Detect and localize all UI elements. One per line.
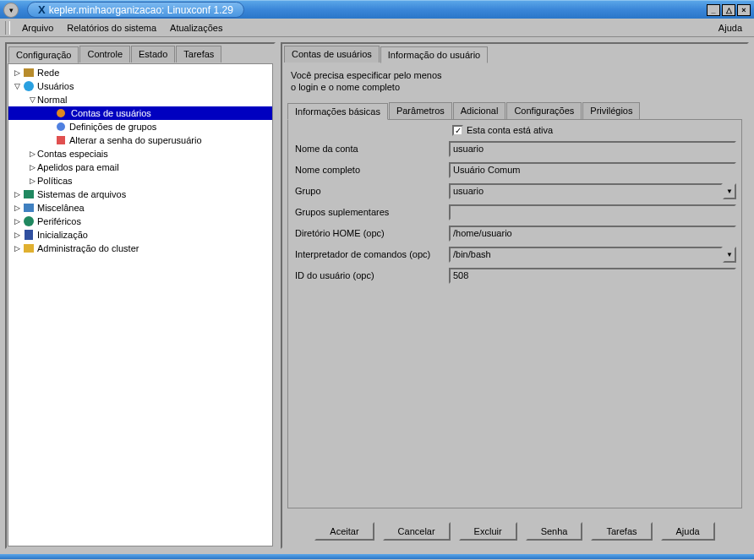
input-nome-conta[interactable] (449, 141, 736, 157)
inner-tab-row: Informações básicas Parâmetros Adicional… (287, 102, 742, 119)
caret-right-icon[interactable]: ▷ (12, 190, 22, 198)
caret-right-icon[interactable]: ▷ (12, 204, 22, 212)
tree-label: Rede (37, 68, 59, 78)
window-menu-icon[interactable]: ▾ (3, 3, 19, 18)
tree-label: Periféricos (37, 216, 81, 226)
input-grupo[interactable] (449, 183, 723, 199)
senha-button[interactable]: Senha (526, 522, 583, 541)
cancelar-button[interactable]: Cancelar (383, 522, 451, 541)
tree-item-usuarios[interactable]: ▽ Usuários (8, 79, 272, 93)
left-tab-row: Configuração Controle Estado Tarefas (7, 44, 274, 63)
menu-atualizacoes[interactable]: Atualizações (163, 20, 229, 35)
tree-label: Contas especiais (37, 149, 108, 159)
caret-right-icon[interactable]: ▷ (12, 244, 22, 253)
row-home-dir: Diretório HOME (opc) (293, 226, 736, 242)
tab-contas-usuarios[interactable]: Contas de usuários (284, 46, 380, 63)
tab-tarefas[interactable]: Tarefas (176, 46, 221, 63)
tree-item-contas-usuarios[interactable]: Contas de usuários (8, 106, 272, 120)
input-nome-completo[interactable] (449, 162, 736, 178)
tab-estado[interactable]: Estado (131, 46, 175, 63)
tab-configuracoes[interactable]: Configurações (506, 102, 582, 119)
users-icon (22, 80, 36, 92)
menu-relatorios[interactable]: Relatórios do sistema (60, 20, 163, 35)
label-grupos-supl: Grupos suplementares (293, 207, 449, 217)
maximize-button[interactable]: △ (722, 4, 735, 16)
tree-item-perifericos[interactable]: ▷ Periféricos (8, 215, 272, 228)
tab-configuracao[interactable]: Configuração (8, 46, 79, 63)
label-nome-completo: Nome completo (293, 165, 449, 175)
tree-item-definicoes-grupos[interactable]: Definições de grupos (8, 120, 272, 133)
tree-item-miscelanea[interactable]: ▷ Miscelânea (8, 201, 272, 215)
main-area: Configuração Controle Estado Tarefas ▷ R… (0, 37, 754, 554)
tree-item-normal[interactable]: ▽ Normal (8, 93, 272, 106)
caret-right-icon[interactable]: ▷ (12, 217, 22, 226)
input-home-dir[interactable] (449, 226, 736, 242)
form-panel: ✓ Esta conta está ativa Nome da conta No… (287, 119, 742, 508)
row-interpretador: Interpretador de comandos (opc) ▼ (293, 247, 736, 263)
menubar: Arquivo Relatórios do sistema Atualizaçõ… (0, 19, 754, 37)
tab-controle[interactable]: Controle (79, 46, 130, 63)
row-id-usuario: ID do usuário (opc) (293, 268, 736, 284)
info-text: Você precisa especificar pelo menos o lo… (282, 63, 747, 97)
input-grupos-supl[interactable] (449, 204, 736, 220)
caret-right-icon[interactable]: ▷ (12, 68, 22, 77)
tree-item-contas-especiais[interactable]: ▷ Contas especiais (8, 147, 272, 160)
cluster-icon (22, 242, 36, 254)
tree-label: Apelidos para email (37, 162, 119, 172)
tree-item-politicas[interactable]: ▷ Políticas (8, 174, 272, 188)
tree-label: Definições de grupos (69, 122, 156, 132)
input-interpretador[interactable] (449, 247, 723, 263)
tab-informacao-usuario[interactable]: Informação do usuário (380, 46, 488, 63)
tree-item-inicializacao[interactable]: ▷ Inicialização (8, 228, 272, 242)
group-icon (54, 121, 68, 133)
tree-item-admin-cluster[interactable]: ▷ Administração do cluster (8, 242, 272, 255)
caret-right-icon[interactable]: ▷ (27, 177, 37, 185)
menu-arquivo[interactable]: Arquivo (15, 20, 60, 35)
close-button[interactable]: × (737, 4, 751, 16)
combo-interpretador-button[interactable]: ▼ (723, 247, 736, 263)
label-id-usuario: ID do usuário (opc) (293, 270, 449, 280)
button-row: Aceitar Cancelar Excluir Senha Tarefas A… (282, 514, 747, 547)
tarefas-button[interactable]: Tarefas (591, 522, 652, 541)
right-pane: Contas de usuários Informação do usuário… (281, 42, 749, 549)
tree-item-alterar-senha[interactable]: Alterar a senha do superusuário (8, 133, 272, 147)
menu-ajuda[interactable]: Ajuda (712, 20, 749, 35)
caret-down-icon[interactable]: ▽ (12, 82, 22, 90)
tree-label: Usuários (37, 81, 74, 91)
label-interpretador: Interpretador de comandos (opc) (293, 249, 449, 259)
caret-right-icon[interactable]: ▷ (12, 231, 22, 239)
ajuda-button[interactable]: Ajuda (661, 522, 715, 541)
row-grupos-supl: Grupos suplementares (293, 204, 736, 220)
caret-right-icon[interactable]: ▷ (27, 163, 37, 171)
title-pill: X kepler.minhaorganizacao: Linuxconf 1.2… (27, 2, 244, 18)
config-tree[interactable]: ▷ Rede ▽ Usuários ▽ Normal Contas de usu… (8, 63, 273, 546)
label-grupo: Grupo (293, 186, 449, 196)
tree-item-apelidos-email[interactable]: ▷ Apelidos para email (8, 160, 272, 174)
tree-label: Miscelânea (37, 203, 85, 213)
left-pane: Configuração Controle Estado Tarefas ▷ R… (5, 42, 276, 549)
tab-adicional[interactable]: Adicional (453, 102, 506, 119)
info-line1: Você precisa especificar pelo menos (291, 69, 739, 81)
tab-privilegios[interactable]: Privilégios (582, 102, 640, 119)
tab-informacoes-basicas[interactable]: Informações básicas (287, 103, 388, 120)
tree-label: Alterar a senha do superusuário (69, 135, 202, 145)
chevron-down-icon: ▾ (9, 6, 14, 14)
tree-item-rede[interactable]: ▷ Rede (8, 66, 272, 79)
caret-down-icon[interactable]: ▽ (27, 95, 37, 104)
tree-label: Sistemas de arquivos (37, 189, 126, 199)
minimize-button[interactable]: _ (707, 4, 720, 16)
menubar-grip[interactable] (5, 21, 10, 35)
row-nome-conta: Nome da conta (293, 141, 736, 157)
active-checkbox[interactable]: ✓ (452, 125, 463, 136)
excluir-button[interactable]: Excluir (459, 522, 517, 541)
input-id-usuario[interactable] (449, 268, 736, 284)
combo-grupo-button[interactable]: ▼ (723, 183, 736, 199)
caret-right-icon[interactable]: ▷ (27, 150, 37, 158)
window-title: kepler.minhaorganizacao: Linuxconf 1.29 (49, 4, 233, 16)
tree-label: Contas de usuários (69, 108, 153, 118)
tab-parametros[interactable]: Parâmetros (389, 102, 452, 119)
info-line2: o login e o nome completo (291, 81, 739, 93)
tree-item-sistemas-arquivos[interactable]: ▷ Sistemas de arquivos (8, 188, 272, 201)
aceitar-button[interactable]: Aceitar (314, 522, 374, 541)
x11-icon: X (38, 3, 46, 16)
